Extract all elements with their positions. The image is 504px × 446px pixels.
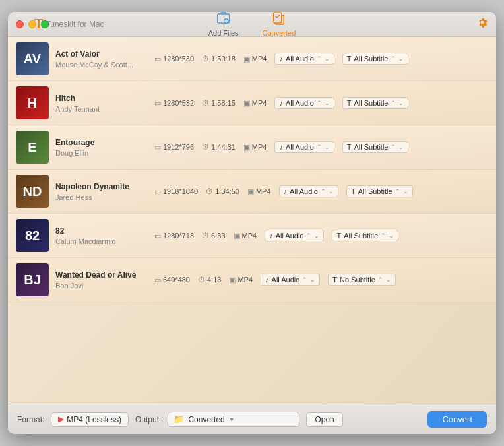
- minimize-button[interactable]: [28, 20, 36, 28]
- duration-value: 1:58:15: [211, 99, 236, 107]
- resolution-value: 1280*718: [163, 232, 194, 239]
- audio-value: All Audio: [276, 232, 304, 239]
- thumb-image: AV: [16, 42, 49, 75]
- table-row: BJ Wanted Dead or Alive Bon Jovi ▭ 640*4…: [8, 258, 496, 302]
- audio-arrow-down-icon: ⌄: [325, 144, 330, 150]
- file-info: Hitch Andy Tennant: [55, 94, 148, 113]
- resolution-meta: ▭ 1918*1040: [154, 187, 198, 196]
- clock-icon: ⏱: [202, 232, 209, 239]
- file-info: Wanted Dead or Alive Bon Jovi: [55, 271, 148, 290]
- thumb-image: E: [16, 131, 49, 164]
- format-icon: ▣: [243, 143, 250, 152]
- file-title: Napoleon Dynamite: [55, 182, 148, 191]
- audio-value: All Audio: [286, 99, 314, 107]
- subtitle-value: All Subtitle: [344, 232, 378, 239]
- format-meta: ▣ MP4: [243, 99, 267, 108]
- resolution-value: 1280*530: [163, 55, 194, 63]
- subtitle-icon: T: [347, 99, 352, 107]
- audio-arrow-icon: ⌃: [302, 276, 307, 283]
- format-value: MP4: [252, 143, 267, 151]
- subtitle-arrow-down-icon: ⌄: [398, 144, 404, 150]
- file-author: Bon Jovi: [55, 282, 148, 290]
- thumb-image: ND: [16, 175, 49, 208]
- converted-icon: [272, 12, 286, 28]
- output-dropdown[interactable]: 📁 Converted ▼: [168, 412, 299, 427]
- format-icon: ▣: [243, 99, 250, 108]
- close-button[interactable]: [16, 20, 24, 28]
- format-value: MP4: [256, 187, 271, 195]
- add-files-label: Add Files: [208, 29, 239, 37]
- duration-meta: ⏱ 6:33: [202, 232, 225, 239]
- titlebar: T Tuneskit for Mac Add Files: [8, 12, 496, 37]
- format-meta: ▣ MP4: [247, 187, 271, 196]
- output-folder: Converted: [188, 415, 224, 424]
- settings-button[interactable]: [476, 16, 488, 32]
- audio-value: All Audio: [286, 55, 314, 63]
- audio-icon: ♪: [265, 276, 269, 284]
- file-meta: ▭ 640*480 ⏱ 4:13 ▣ MP4 ♪ All Audio ⌃ ⌄ T…: [154, 274, 488, 286]
- format-value: MP4 (Lossless): [67, 415, 121, 424]
- file-title: Act of Valor: [55, 49, 148, 59]
- file-author: Calum Macdiarmid: [55, 238, 148, 245]
- open-button[interactable]: Open: [306, 412, 342, 427]
- audio-icon: ♪: [279, 55, 283, 63]
- audio-icon: ♪: [279, 143, 283, 151]
- thumb-image: H: [16, 86, 49, 119]
- output-label: Output:: [135, 415, 161, 424]
- resolution-value: 1918*1040: [163, 187, 198, 195]
- resolution-value: 1912*796: [163, 143, 194, 151]
- file-meta: ▭ 1280*530 ⏱ 1:50:18 ▣ MP4 ♪ All Audio ⌃…: [154, 53, 488, 65]
- convert-button[interactable]: Convert: [427, 411, 487, 428]
- subtitle-dropdown[interactable]: T All Subtitle ⌃ ⌄: [342, 141, 409, 153]
- audio-dropdown[interactable]: ♪ All Audio ⌃ ⌄: [274, 97, 334, 109]
- audio-arrow-down-icon: ⌄: [314, 232, 319, 239]
- audio-arrow-icon: ⌃: [317, 55, 322, 62]
- add-files-button[interactable]: Add Files: [205, 12, 243, 38]
- subtitle-arrow-down-icon: ⌄: [389, 232, 394, 239]
- maximize-button[interactable]: [41, 20, 49, 28]
- audio-arrow-down-icon: ⌄: [329, 188, 334, 195]
- format-button[interactable]: ▶ MP4 (Lossless): [51, 412, 129, 427]
- subtitle-arrow-icon: ⌃: [378, 276, 383, 283]
- format-icon: ▣: [234, 232, 240, 240]
- audio-dropdown[interactable]: ♪ All Audio ⌃ ⌄: [265, 230, 324, 241]
- audio-dropdown[interactable]: ♪ All Audio ⌃ ⌄: [261, 274, 320, 286]
- resolution-icon: ▭: [154, 232, 161, 240]
- footer: Format: ▶ MP4 (Lossless) Output: 📁 Conve…: [8, 404, 496, 434]
- audio-dropdown[interactable]: ♪ All Audio ⌃ ⌄: [274, 141, 334, 153]
- converted-button[interactable]: Converted: [259, 12, 300, 38]
- table-row: E Entourage Doug Ellin ▭ 1912*796 ⏱ 1:44…: [8, 125, 496, 170]
- subtitle-dropdown[interactable]: T All Subtitle ⌃ ⌄: [332, 230, 398, 241]
- duration-value: 6:33: [211, 232, 225, 239]
- audio-dropdown[interactable]: ♪ All Audio ⌃ ⌄: [279, 185, 338, 197]
- subtitle-icon: T: [332, 276, 337, 284]
- audio-arrow-icon: ⌃: [317, 144, 322, 150]
- clock-icon: ⏱: [206, 187, 213, 195]
- file-meta: ▭ 1280*532 ⏱ 1:58:15 ▣ MP4 ♪ All Audio ⌃…: [154, 97, 488, 109]
- subtitle-value: All Subtitle: [354, 55, 388, 63]
- subtitle-arrow-icon: ⌃: [391, 100, 396, 106]
- subtitle-icon: T: [336, 232, 341, 239]
- audio-dropdown[interactable]: ♪ All Audio ⌃ ⌄: [274, 53, 334, 65]
- file-author: Jared Hess: [55, 193, 148, 201]
- resolution-icon: ▭: [154, 187, 161, 196]
- subtitle-icon: T: [351, 187, 356, 195]
- file-thumbnail: E: [16, 131, 49, 164]
- file-meta: ▭ 1912*796 ⏱ 1:44:31 ▣ MP4 ♪ All Audio ⌃…: [154, 141, 488, 153]
- audio-arrow-icon: ⌃: [306, 232, 311, 239]
- subtitle-dropdown[interactable]: T No Subtitle ⌃ ⌄: [328, 274, 396, 286]
- audio-icon: ♪: [279, 99, 283, 107]
- audio-value: All Audio: [286, 143, 314, 151]
- file-thumbnail: H: [16, 86, 49, 119]
- subtitle-arrow-icon: ⌃: [391, 55, 396, 62]
- subtitle-dropdown[interactable]: T All Subtitle ⌃ ⌄: [342, 53, 409, 65]
- format-icon: ▣: [247, 187, 254, 196]
- subtitle-dropdown[interactable]: T All Subtitle ⌃ ⌄: [346, 185, 413, 197]
- file-title: Wanted Dead or Alive: [55, 271, 148, 280]
- format-icon: ▣: [243, 55, 250, 63]
- format-value: MP4: [252, 55, 267, 63]
- audio-icon: ♪: [284, 187, 288, 195]
- subtitle-dropdown[interactable]: T All Subtitle ⌃ ⌄: [342, 97, 409, 109]
- table-row: H Hitch Andy Tennant ▭ 1280*532 ⏱ 1:58:1…: [8, 81, 496, 125]
- resolution-icon: ▭: [154, 99, 161, 108]
